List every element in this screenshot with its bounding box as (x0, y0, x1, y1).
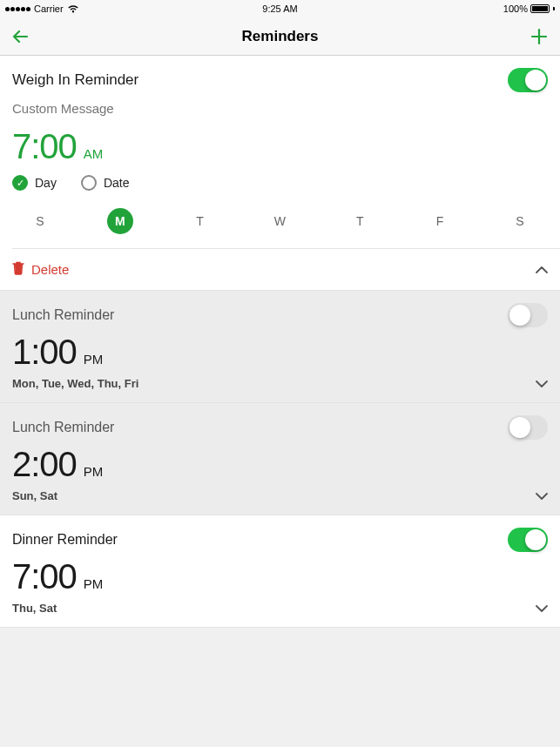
reminder-title: Lunch Reminder (12, 420, 114, 435)
reminder-toggle[interactable] (508, 303, 548, 327)
wifi-icon (67, 4, 79, 13)
weekday-selector: S M T W T F S (0, 201, 560, 248)
time-ampm: PM (84, 352, 104, 367)
battery-icon (530, 4, 550, 13)
reminder-title: Dinner Reminder (12, 532, 118, 548)
chevron-down-icon (536, 605, 548, 612)
carrier-label: Carrier (34, 3, 64, 14)
time-picker[interactable]: 7:00 AM (0, 125, 560, 175)
weekday-tue[interactable]: T (187, 208, 213, 234)
days-summary: Sun, Sat (12, 489, 57, 502)
weekday-wed[interactable]: W (267, 208, 293, 234)
time-ampm: PM (84, 464, 104, 479)
weekday-sat[interactable]: S (507, 208, 533, 234)
time-value: 7:00 (12, 127, 77, 166)
page-title: Reminders (242, 28, 319, 45)
weekday-mon[interactable]: M (107, 208, 133, 234)
chevron-down-icon (536, 380, 548, 387)
radio-unchecked-icon (81, 175, 97, 191)
reminder-expanded: Weigh In Reminder 7:00 AM ✓ Day Date S M… (0, 56, 560, 291)
time-ampm: PM (84, 576, 104, 591)
reminder-title: Lunch Reminder (12, 307, 114, 323)
radio-day-label: Day (35, 176, 57, 190)
time-value: 7:00 (12, 557, 77, 596)
chevron-down-icon (536, 493, 548, 500)
weekday-fri[interactable]: F (427, 208, 453, 234)
status-bar: Carrier 9:25 AM 100% (0, 0, 560, 17)
reminder-toggle[interactable] (508, 68, 548, 92)
battery-percent-label: 100% (503, 3, 528, 14)
reminder-collapsed[interactable]: Lunch Reminder 1:00 PM Mon, Tue, Wed, Th… (0, 291, 560, 403)
days-summary: Thu, Sat (12, 602, 57, 615)
days-summary: Mon, Tue, Wed, Thu, Fri (12, 377, 138, 390)
trash-icon (12, 261, 24, 278)
back-button[interactable] (12, 29, 28, 44)
delete-button[interactable]: Delete (12, 261, 69, 278)
radio-day[interactable]: ✓ Day (12, 175, 57, 191)
reminder-collapsed[interactable]: Dinner Reminder 7:00 PM Thu, Sat (0, 515, 560, 628)
radio-date-label: Date (104, 176, 130, 190)
reminder-toggle[interactable] (508, 528, 548, 552)
clock-label: 9:25 AM (262, 3, 297, 14)
reminder-title: Weigh In Reminder (12, 71, 138, 89)
custom-message-input[interactable] (12, 101, 548, 116)
delete-label: Delete (31, 262, 69, 277)
add-button[interactable] (530, 28, 548, 45)
time-value: 1:00 (12, 333, 77, 372)
time-value: 2:00 (12, 445, 77, 484)
chevron-up-icon[interactable] (536, 266, 548, 273)
weekday-thu[interactable]: T (347, 208, 373, 234)
time-ampm: AM (84, 146, 104, 161)
radio-date[interactable]: Date (81, 175, 130, 191)
signal-strength-icon (5, 7, 30, 11)
reminder-toggle[interactable] (508, 415, 548, 440)
weekday-sun[interactable]: S (27, 208, 53, 234)
radio-checked-icon: ✓ (12, 175, 28, 191)
nav-bar: Reminders (0, 17, 560, 56)
reminder-collapsed[interactable]: Lunch Reminder 2:00 PM Sun, Sat (0, 403, 560, 515)
